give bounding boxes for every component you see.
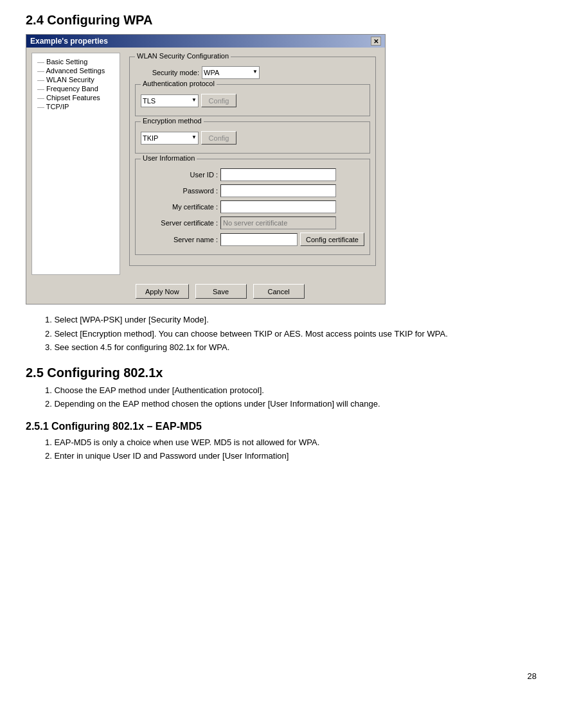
server-cert-input — [220, 216, 336, 229]
security-mode-select-wrapper: WPA — [202, 66, 260, 79]
enc-select-wrapper: TKIP — [141, 132, 199, 145]
user-id-row: User ID : — [141, 168, 364, 181]
dialog-title: Example's properties — [30, 37, 108, 46]
auth-config-button[interactable]: Config — [201, 94, 236, 107]
server-name-row: Server name : Config certificate — [141, 233, 364, 246]
dialog-body: Basic Setting Advanced Settings WLAN Sec… — [26, 48, 385, 280]
auth-protocol-row: TLS Config — [141, 94, 364, 107]
encryption-row: TKIP Config — [141, 131, 364, 145]
apply-now-button[interactable]: Apply Now — [136, 284, 189, 299]
s24-step1: 1. Select [WPA-PSK] under [Security Mode… — [45, 313, 562, 326]
s24-step2: 2. Select [Encryption method]. You can c… — [45, 328, 562, 340]
close-icon[interactable]: ✕ — [371, 37, 381, 46]
auth-protocol-group-title: Authentication protocol — [141, 80, 217, 87]
encryption-group-title: Encryption method — [141, 117, 204, 125]
sidebar-panel: Basic Setting Advanced Settings WLAN Sec… — [31, 53, 120, 275]
dialog-titlebar: Example's properties ✕ — [26, 35, 385, 48]
enc-config-button[interactable]: Config — [201, 131, 236, 145]
dialog-footer: Apply Now Save Cancel — [26, 280, 385, 304]
s251-step2: 2. Enter in unique User ID and Password … — [45, 450, 562, 463]
my-cert-row: My certificate : — [141, 200, 364, 213]
server-name-input[interactable] — [220, 233, 298, 246]
main-panel: WLAN Security Configuration Security mod… — [125, 53, 380, 275]
cancel-button[interactable]: Cancel — [253, 284, 305, 299]
user-info-group: User Information User ID : Password : My… — [135, 159, 370, 255]
security-mode-select[interactable]: WPA — [202, 66, 260, 79]
auth-protocol-select[interactable]: TLS — [141, 94, 199, 107]
auth-select-wrapper: TLS — [141, 94, 199, 107]
security-mode-row: Security mode: WPA — [135, 66, 370, 79]
wlan-security-group-title: WLAN Security Configuration — [135, 52, 231, 60]
section-251-title: 2.5.1 Configuring 802.1x – EAP-MD5 — [26, 421, 562, 432]
server-cert-row: Server certificate : — [141, 216, 364, 229]
sidebar-item-chipset-features[interactable]: Chipset Features — [35, 93, 117, 102]
encryption-group: Encryption method TKIP Config — [135, 121, 370, 154]
user-id-label: User ID : — [141, 171, 218, 179]
server-name-label: Server name : — [141, 236, 218, 243]
password-input[interactable] — [220, 184, 336, 197]
my-cert-label: My certificate : — [141, 203, 218, 211]
user-id-input[interactable] — [220, 168, 336, 181]
password-label: Password : — [141, 187, 218, 195]
encryption-select[interactable]: TKIP — [141, 132, 199, 145]
sidebar-item-wlan-security[interactable]: WLAN Security — [35, 75, 117, 84]
sidebar-item-tcp-ip[interactable]: TCP/IP — [35, 102, 117, 111]
security-mode-label: Security mode: — [135, 69, 199, 76]
auth-protocol-group: Authentication protocol TLS Config — [135, 84, 370, 116]
section-251-content: 1. EAP-MD5 is only a choice when use WEP… — [26, 436, 562, 463]
user-info-group-title: User Information — [141, 154, 197, 162]
section-25-content: 1. Choose the EAP method under [Authenti… — [26, 384, 562, 410]
properties-dialog: Example's properties ✕ Basic Setting Adv… — [26, 34, 386, 304]
s25-step1: 1. Choose the EAP method under [Authenti… — [45, 384, 562, 397]
section-24-content: 1. Select [WPA-PSK] under [Security Mode… — [26, 313, 562, 354]
section-24-title: 2.4 Configuring WPA — [26, 13, 562, 28]
password-row: Password : — [141, 184, 364, 197]
config-cert-button[interactable]: Config certificate — [300, 233, 364, 246]
my-cert-input[interactable] — [220, 200, 336, 213]
s25-step2: 2. Depending on the EAP method chosen th… — [45, 398, 562, 410]
s24-step3: 3. See section 4.5 for configuring 802.1… — [45, 341, 562, 354]
page-number: 28 — [528, 671, 537, 681]
section-25-title: 2.5 Configuring 802.1x — [26, 366, 562, 380]
sidebar-item-frequency-band[interactable]: Frequency Band — [35, 84, 117, 93]
wlan-security-group: WLAN Security Configuration Security mod… — [129, 57, 376, 266]
sidebar-item-advanced-settings[interactable]: Advanced Settings — [35, 66, 117, 75]
s251-step1: 1. EAP-MD5 is only a choice when use WEP… — [45, 436, 562, 449]
server-cert-label: Server certificate : — [141, 219, 218, 227]
save-button[interactable]: Save — [195, 284, 247, 299]
sidebar-item-basic-setting[interactable]: Basic Setting — [35, 57, 117, 66]
